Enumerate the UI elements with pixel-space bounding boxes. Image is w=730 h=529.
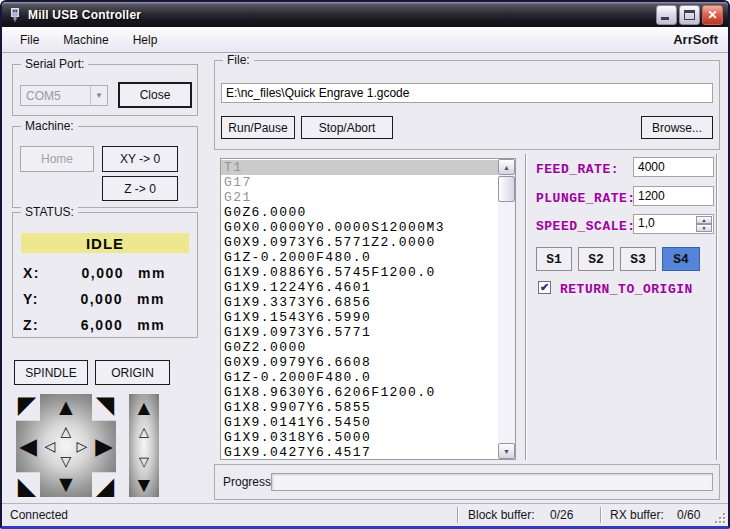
axis-unit: mm bbox=[138, 265, 166, 281]
block-buffer-label: Block buffer: bbox=[468, 508, 534, 522]
gcode-line[interactable]: G1X9.0973Y6.5771 bbox=[221, 325, 498, 340]
progress-label: Progress: bbox=[223, 475, 274, 489]
block-buffer-value: 0/26 bbox=[550, 508, 573, 522]
gcode-line[interactable]: G0X0.0000Y0.0000S12000M3 bbox=[221, 220, 498, 235]
close-button[interactable]: ✕ bbox=[702, 5, 723, 25]
menu-help[interactable]: Help bbox=[133, 33, 158, 47]
rx-buffer-label: RX buffer: bbox=[610, 508, 664, 522]
gcode-line[interactable]: G21 bbox=[221, 190, 498, 205]
jog-pad-xy: ◤ ◥ ◣ ◢ ▲ ▼ ◀ ▶ △ ▽ ◁ ▷ bbox=[16, 394, 116, 497]
scroll-thumb[interactable] bbox=[498, 176, 515, 202]
s2-button[interactable]: S2 bbox=[578, 247, 614, 271]
feed-rate-label: FEED_RATE: bbox=[536, 162, 619, 177]
scroll-up-icon: ▲ bbox=[503, 164, 510, 171]
jog-up-small-icon[interactable]: △ bbox=[61, 424, 72, 438]
gcode-line[interactable]: G0X9.0979Y6.6608 bbox=[221, 355, 498, 370]
axis-unit: mm bbox=[137, 317, 165, 333]
menu-file[interactable]: File bbox=[20, 33, 39, 47]
gcode-line[interactable]: G0X9.0973Y6.5771Z2.0000 bbox=[221, 235, 498, 250]
spindle-button[interactable]: SPINDLE bbox=[14, 360, 88, 385]
usb-icon bbox=[7, 7, 23, 23]
panel-divider-left bbox=[525, 154, 527, 460]
z-zero-button[interactable]: Z -> 0 bbox=[102, 176, 178, 201]
gcode-line[interactable]: G1Z-0.2000F480.0 bbox=[221, 370, 498, 385]
s4-button[interactable]: S4 bbox=[662, 247, 700, 271]
file-path-input[interactable] bbox=[221, 83, 713, 103]
speed-scale-value: 1,0 bbox=[638, 216, 655, 230]
gcode-line[interactable]: G0Z2.0000 bbox=[221, 340, 498, 355]
gcode-line[interactable]: G0Z6.0000 bbox=[221, 205, 498, 220]
s3-button[interactable]: S3 bbox=[620, 247, 656, 271]
return-to-origin-label: RETURN_TO_ORIGIN bbox=[560, 282, 693, 297]
gcode-line[interactable]: G1X8.9630Y6.6206F1200.0 bbox=[221, 385, 498, 400]
minimize-icon bbox=[661, 17, 669, 20]
gcode-line[interactable]: G1X9.0886Y6.5745F1200.0 bbox=[221, 265, 498, 280]
jog-up-left-icon[interactable]: ◤ bbox=[18, 393, 36, 417]
z-up-icon[interactable]: ▲ bbox=[134, 397, 155, 418]
plunge-rate-label: PLUNGE_RATE: bbox=[536, 191, 636, 206]
axis-label: Z: bbox=[23, 317, 39, 333]
gcode-scrollbar[interactable]: ▲ ▼ bbox=[498, 159, 515, 459]
jog-right-small-icon[interactable]: ▷ bbox=[77, 439, 88, 453]
statusbar-separator bbox=[457, 507, 459, 523]
s1-button[interactable]: S1 bbox=[536, 247, 572, 271]
minimize-button[interactable] bbox=[656, 5, 677, 25]
gcode-line[interactable]: G1X9.3373Y6.6856 bbox=[221, 295, 498, 310]
stop-abort-button[interactable]: Stop/Abort bbox=[301, 116, 393, 139]
scroll-down-button[interactable]: ▼ bbox=[498, 443, 515, 459]
jog-down-right-icon[interactable]: ◢ bbox=[96, 474, 114, 498]
close-port-button[interactable]: Close bbox=[118, 82, 192, 108]
menu-machine[interactable]: Machine bbox=[63, 33, 108, 47]
gcode-line[interactable]: G17 bbox=[221, 175, 498, 190]
statusbar-separator bbox=[600, 507, 602, 523]
title-bar: Mill USB Controller ✕ bbox=[2, 2, 728, 27]
return-to-origin-checkbox[interactable]: ✔ bbox=[538, 281, 551, 294]
z-up-small-icon[interactable]: △ bbox=[139, 425, 149, 438]
status-group: STATUS: IDLE X: 0,000 mm Y: 0,000 mm Z: … bbox=[12, 212, 198, 338]
jog-pad-z: ▲ △ ▽ ▼ bbox=[129, 394, 159, 497]
status-group-label: STATUS: bbox=[21, 205, 78, 219]
gcode-line[interactable]: G1Z-0.2000F480.0 bbox=[221, 250, 498, 265]
gcode-line[interactable]: G1X9.1224Y6.4601 bbox=[221, 280, 498, 295]
jog-up-icon[interactable]: ▲ bbox=[55, 396, 78, 419]
z-down-small-icon[interactable]: ▽ bbox=[139, 455, 149, 468]
plunge-rate-input[interactable] bbox=[633, 186, 714, 206]
gcode-line[interactable]: G1X8.9907Y6.5855 bbox=[221, 400, 498, 415]
gcode-line[interactable]: G1X9.1543Y6.5990 bbox=[221, 310, 498, 325]
file-group-label: File: bbox=[223, 53, 254, 67]
z-down-icon[interactable]: ▼ bbox=[134, 474, 155, 495]
gcode-line[interactable]: G1X9.0318Y6.5000 bbox=[221, 430, 498, 445]
jog-down-icon[interactable]: ▼ bbox=[55, 473, 78, 496]
gcode-line[interactable]: G1X9.0427Y6.4517 bbox=[221, 445, 498, 460]
serial-port-group: Serial Port: COM5 ▼ Close bbox=[12, 64, 198, 116]
home-button[interactable]: Home bbox=[20, 146, 94, 172]
spin-down-button[interactable]: ▼ bbox=[696, 224, 712, 232]
spin-up-button[interactable]: ▲ bbox=[696, 216, 712, 224]
axis-value: 0,000 bbox=[40, 265, 124, 281]
feed-rate-input[interactable] bbox=[633, 157, 714, 177]
window-title: Mill USB Controller bbox=[28, 8, 654, 22]
xy-zero-button[interactable]: XY -> 0 bbox=[102, 146, 178, 172]
jog-left-small-icon[interactable]: ◁ bbox=[45, 439, 56, 453]
com-port-select[interactable]: COM5 ▼ bbox=[20, 85, 108, 106]
progress-group: Progress: bbox=[214, 464, 720, 500]
maximize-button[interactable] bbox=[679, 5, 700, 25]
scroll-up-button[interactable]: ▲ bbox=[498, 159, 515, 175]
check-icon: ✔ bbox=[540, 281, 549, 294]
jog-left-icon[interactable]: ◀ bbox=[19, 435, 37, 458]
gcode-line[interactable]: T1 bbox=[221, 160, 498, 175]
gcode-list[interactable]: T1 G17 G21 G0Z6.0000 G0X0.0000Y0.0000S12… bbox=[220, 158, 516, 460]
chevron-down-icon: ▼ bbox=[90, 86, 107, 105]
maximize-icon bbox=[684, 10, 695, 20]
speed-scale-input[interactable]: 1,0 ▲ ▼ bbox=[633, 214, 714, 234]
gcode-line[interactable]: G1X9.0141Y6.5450 bbox=[221, 415, 498, 430]
jog-down-left-icon[interactable]: ◣ bbox=[18, 474, 36, 498]
jog-down-small-icon[interactable]: ▽ bbox=[61, 454, 72, 468]
run-pause-button[interactable]: Run/Pause bbox=[221, 116, 295, 139]
resize-grip[interactable] bbox=[713, 511, 725, 523]
origin-button[interactable]: ORIGIN bbox=[95, 360, 170, 385]
jog-right-icon[interactable]: ▶ bbox=[95, 435, 113, 458]
browse-button[interactable]: Browse... bbox=[641, 116, 713, 139]
jog-up-right-icon[interactable]: ◥ bbox=[96, 393, 114, 417]
machine-group-label: Machine: bbox=[21, 119, 78, 133]
